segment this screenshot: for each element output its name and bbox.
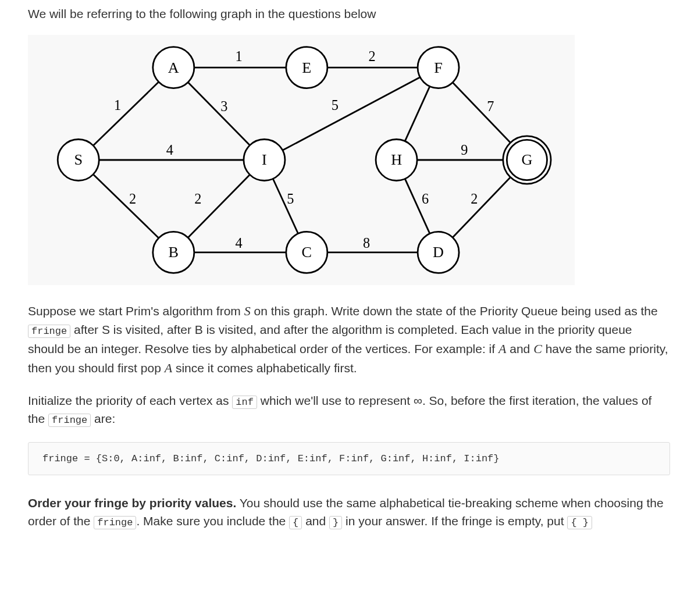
edge-S-B xyxy=(93,175,159,238)
edge-weight: 8 xyxy=(363,235,370,251)
paragraph-2: Initialize the priority of each vertex a… xyxy=(28,391,670,428)
edge-A-I xyxy=(188,82,250,145)
graph-svg: 124132455289672SABIECHFDG xyxy=(28,35,575,285)
edge-weight: 1 xyxy=(114,97,121,113)
edge-weight: 5 xyxy=(287,191,294,206)
edge-weight: 3 xyxy=(220,98,227,114)
p1-text: since it comes alphabetically first. xyxy=(172,361,357,375)
p2-text: Initialize the priority of each vertex a… xyxy=(28,394,232,407)
node-label-C: C xyxy=(302,244,312,261)
edge-weight: 9 xyxy=(461,142,468,158)
math-var-S: S xyxy=(244,304,251,318)
p3-text: . Make sure you include the xyxy=(136,514,289,528)
question-page: We will be referring to the following gr… xyxy=(0,0,698,558)
p1-text: on this graph. Write down the state of t… xyxy=(251,304,658,318)
code-brace-close: } xyxy=(329,516,342,529)
node-label-A: A xyxy=(168,59,179,76)
fringe-codeblock: fringe = {S:0, A:inf, B:inf, C:inf, D:in… xyxy=(28,442,670,475)
paragraph-3: Order your fringe by priority values. Yo… xyxy=(28,494,670,530)
graph-figure: 124132455289672SABIECHFDG xyxy=(28,35,575,285)
code-fringe: fringe xyxy=(94,516,136,529)
edge-weight: 1 xyxy=(235,48,242,64)
math-var-C: C xyxy=(533,341,542,356)
code-fringe: fringe xyxy=(48,414,91,427)
node-label-E: E xyxy=(302,59,311,76)
intro-text: We will be referring to the following gr… xyxy=(28,7,670,21)
p1-text: and xyxy=(506,342,533,355)
edge-weight: 2 xyxy=(368,48,375,64)
node-label-G: G xyxy=(521,151,532,168)
node-label-D: D xyxy=(433,244,444,261)
edge-D-G xyxy=(453,177,510,238)
edge-F-G xyxy=(453,83,510,143)
code-brace-open: { xyxy=(289,516,302,529)
code-empty-braces: { } xyxy=(567,516,592,529)
edge-weight: 2 xyxy=(471,191,478,206)
node-label-H: H xyxy=(391,151,402,168)
edge-weight: 7 xyxy=(487,98,494,114)
p1-text: Suppose we start Prim's algorithm from xyxy=(28,304,244,318)
edge-weight: 5 xyxy=(332,97,339,113)
code-inf: inf xyxy=(232,396,257,409)
node-label-B: B xyxy=(169,244,179,261)
code-fringe: fringe xyxy=(28,325,70,338)
edge-weight: 2 xyxy=(194,191,201,206)
node-label-F: F xyxy=(434,59,443,76)
edge-S-A xyxy=(93,82,159,145)
edge-weight: 4 xyxy=(235,235,242,251)
edge-weight: 2 xyxy=(129,191,136,206)
node-label-S: S xyxy=(74,151,83,168)
paragraph-1: Suppose we start Prim's algorithm from S… xyxy=(28,301,670,378)
edge-weight: 4 xyxy=(166,142,173,158)
math-var-A2: A xyxy=(165,361,172,375)
p3-text: and xyxy=(302,514,329,528)
p3-text: in your answer. If the fringe is empty, … xyxy=(342,514,567,528)
edge-weight: 6 xyxy=(422,191,429,206)
p3-bold: Order your fringe by priority values. xyxy=(28,496,236,510)
math-var-A: A xyxy=(498,341,506,356)
node-label-I: I xyxy=(262,151,267,168)
p2-text: are: xyxy=(91,412,115,425)
edge-I-C xyxy=(273,179,298,233)
edge-H-F xyxy=(405,86,430,141)
